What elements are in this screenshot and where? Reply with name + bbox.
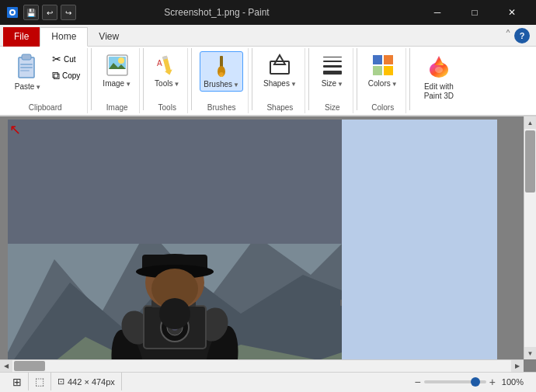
colors-button[interactable]: Colors ▼ <box>365 51 401 90</box>
canvas-inner: ↖ <box>0 116 524 359</box>
app-icon <box>6 6 19 19</box>
brushes-button[interactable]: Brushes ▼ <box>200 51 243 92</box>
canvas-extension <box>342 120 497 359</box>
svg-rect-4 <box>22 54 31 60</box>
paste-label: Paste <box>15 82 35 92</box>
paint3d-icon <box>425 53 453 81</box>
paint3d-label: Edit with Paint 3D <box>424 82 454 101</box>
divider-1 <box>91 48 92 110</box>
scroll-thumb-vertical[interactable] <box>525 130 535 193</box>
shapes-button[interactable]: Shapes ▼ <box>260 51 300 90</box>
tools-icon: A <box>155 53 179 78</box>
vertical-scrollbar[interactable]: ▲ ▼ <box>524 116 536 359</box>
horizontal-scrollbar[interactable]: ◀ ▶ <box>0 359 524 372</box>
svg-point-28 <box>435 67 443 73</box>
cut-button[interactable]: ✂ Cut <box>50 51 82 67</box>
svg-rect-5 <box>20 64 33 65</box>
quick-save-btn[interactable]: 💾 <box>23 5 39 20</box>
size-arrow-icon: ▼ <box>337 81 343 88</box>
paint3d-group: Edit with Paint 3D <box>413 48 465 113</box>
divider-2 <box>143 48 144 110</box>
scroll-up-icon[interactable]: ▲ <box>524 116 537 129</box>
svg-rect-35 <box>8 120 342 244</box>
image-arrow-icon: ▼ <box>125 81 131 88</box>
tab-home[interactable]: Home <box>40 27 88 47</box>
divider-6 <box>357 48 357 110</box>
colors-icon <box>371 53 395 78</box>
shapes-arrow-icon: ▼ <box>291 81 297 88</box>
dimensions-text: 442 × 474px <box>68 377 115 387</box>
paste-icon <box>14 53 42 81</box>
size-icon <box>320 53 345 78</box>
size-group-label: Size <box>317 102 348 112</box>
scroll-thumb-horizontal[interactable] <box>14 361 45 371</box>
image-label: Image <box>103 79 124 88</box>
zoom-plus-icon[interactable]: + <box>489 376 496 388</box>
divider-4 <box>252 48 252 110</box>
shapes-group-label: Shapes <box>260 102 300 112</box>
zoom-fit-section: ⊞ <box>6 373 29 390</box>
paste-button[interactable]: Paste ▼ <box>8 51 48 93</box>
selection-icon: ⬚ <box>35 376 44 387</box>
status-bar: ⊞ ⬚ ⊡ 442 × 474px − + 100% <box>0 372 536 390</box>
scroll-down-icon[interactable]: ▼ <box>524 347 537 359</box>
scroll-track-horizontal[interactable] <box>12 360 511 372</box>
clipboard-group: Paste ▼ ✂ Cut ⧉ Copy Clipboard <box>3 48 88 113</box>
colors-arrow-icon: ▼ <box>392 81 398 88</box>
cut-label: Cut <box>64 55 76 64</box>
photo-container <box>8 120 342 359</box>
dimensions-icon: ⊡ <box>57 376 64 387</box>
tools-arrow-icon: ▼ <box>173 81 179 88</box>
clipboard-label: Clipboard <box>8 102 82 112</box>
redo-btn[interactable]: ↪ <box>61 5 76 20</box>
image-button[interactable]: Image ▼ <box>99 51 134 90</box>
svg-point-59 <box>159 298 190 329</box>
colors-label: Colors <box>368 79 391 88</box>
brushes-icon <box>209 54 234 78</box>
ribbon-collapse-icon[interactable]: ˄ <box>505 28 511 43</box>
help-button[interactable]: ? <box>514 28 530 43</box>
tools-button[interactable]: A Tools ▼ <box>151 51 183 90</box>
size-button[interactable]: Size ▼ <box>317 51 348 90</box>
close-button[interactable]: ✕ <box>494 0 530 25</box>
maximize-button[interactable]: □ <box>457 0 492 25</box>
zoom-slider-track[interactable] <box>424 380 486 383</box>
brushes-label: Brushes <box>204 80 232 89</box>
zoom-slider-thumb[interactable] <box>471 377 480 387</box>
copy-icon: ⧉ <box>52 69 60 82</box>
size-label: Size <box>322 79 336 88</box>
svg-marker-27 <box>434 56 444 65</box>
svg-point-19 <box>221 75 223 77</box>
shapes-group: Shapes ▼ Shapes <box>256 48 305 113</box>
svg-rect-62 <box>340 300 342 306</box>
scroll-track-vertical[interactable] <box>524 129 536 347</box>
colors-group-label: Colors <box>365 102 401 112</box>
ribbon-body: Paste ▼ ✂ Cut ⧉ Copy Clipboard <box>0 47 536 116</box>
image-group-label: Image <box>99 102 134 112</box>
undo-btn[interactable]: ↩ <box>42 5 57 20</box>
fit-icon: ⊞ <box>12 376 22 388</box>
tab-file[interactable]: File <box>3 27 40 47</box>
tab-view[interactable]: View <box>88 28 130 46</box>
svg-point-2 <box>11 11 14 14</box>
zoom-minus-icon[interactable]: − <box>414 376 420 388</box>
svg-marker-21 <box>274 55 285 64</box>
tools-group: A Tools ▼ Tools <box>147 48 188 113</box>
image-group: Image ▼ Image <box>95 48 140 113</box>
minimize-button[interactable]: ─ <box>419 0 455 25</box>
selection-section: ⬚ <box>29 373 51 390</box>
shapes-icon <box>267 53 292 78</box>
tools-group-label: Tools <box>151 102 183 112</box>
svg-rect-23 <box>384 55 393 64</box>
scroll-left-icon[interactable]: ◀ <box>0 360 12 373</box>
brushes-arrow-icon: ▼ <box>233 82 239 88</box>
svg-rect-20 <box>270 61 289 74</box>
svg-point-11 <box>118 57 124 64</box>
svg-rect-7 <box>20 70 30 71</box>
paint3d-button[interactable]: Edit with Paint 3D <box>418 51 460 102</box>
title-bar: 💾 ↩ ↪ Screenshot_1.png - Paint ─ □ ✕ <box>0 0 536 25</box>
ribbon-tabs: File Home View ˄ ? <box>0 25 536 47</box>
zoom-value: 100% <box>502 377 524 387</box>
copy-button[interactable]: ⧉ Copy <box>50 68 82 84</box>
scroll-right-icon[interactable]: ▶ <box>511 360 524 373</box>
